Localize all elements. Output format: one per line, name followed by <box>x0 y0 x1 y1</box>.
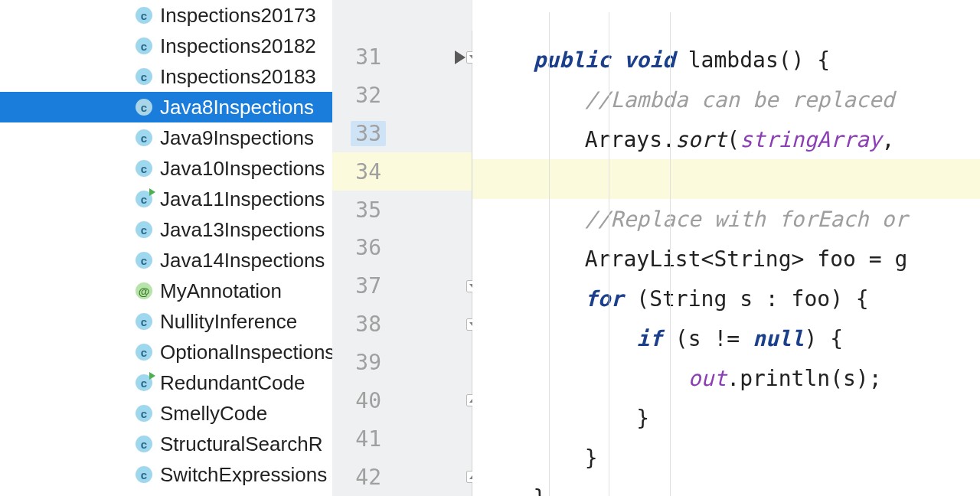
tree-item-java11inspections[interactable]: cJava11Inspections <box>0 184 332 214</box>
tree-item-smellycode[interactable]: cSmellyCode <box>0 398 332 429</box>
gutter-line[interactable]: 41 <box>332 419 472 458</box>
class-icon: c <box>136 252 152 269</box>
annotation-icon: @ <box>136 282 152 299</box>
ide-window: cInspections20173cInspections20182cInspe… <box>0 0 980 496</box>
code-editor[interactable]: public void lambdas() { //Lambda can be … <box>472 0 980 496</box>
tree-item-label: Java8Inspections <box>160 96 314 119</box>
line-number: 42 <box>355 465 381 490</box>
line-number: 41 <box>355 426 381 452</box>
gutter-line[interactable]: 34 <box>332 152 472 191</box>
class-icon: c <box>136 99 152 116</box>
line-number: 39 <box>355 350 381 375</box>
tree-item-label: Java14Inspections <box>160 249 325 272</box>
class-icon: c <box>136 160 152 177</box>
tree-item-java10inspections[interactable]: cJava10Inspections <box>0 153 332 184</box>
class-icon: c <box>136 7 152 24</box>
gutter-line[interactable]: 35 <box>332 191 472 229</box>
tree-item-inspections20183[interactable]: cInspections20183 <box>0 61 332 92</box>
line-number: 34 <box>355 159 381 184</box>
editor-gutter[interactable]: 313233343536373839404142 <box>332 0 472 496</box>
class-icon: c <box>136 436 152 452</box>
gutter-line[interactable] <box>332 0 472 38</box>
gutter-line[interactable]: 37 <box>332 267 472 305</box>
class-icon: c <box>136 466 152 483</box>
gutter-line[interactable]: 39 <box>332 344 472 382</box>
tree-item-label: Inspections20173 <box>160 4 316 28</box>
tree-item-structuralsearchr[interactable]: cStructuralSearchR <box>0 429 332 459</box>
tree-item-label: StructuralSearchR <box>160 432 322 456</box>
tree-item-label: SwitchExpressions <box>160 463 327 487</box>
line-number: 37 <box>355 273 381 299</box>
tree-item-label: Inspections20183 <box>160 65 316 89</box>
class-icon: c <box>136 374 152 391</box>
gutter-line[interactable]: 38 <box>332 305 472 344</box>
tree-item-label: Java10Inspections <box>160 157 325 181</box>
gutter-line[interactable]: 36 <box>332 229 472 267</box>
runnable-badge-icon <box>149 188 155 196</box>
class-icon: c <box>136 405 152 422</box>
class-icon: c <box>136 344 152 361</box>
gutter-line[interactable]: 32 <box>332 77 472 115</box>
tree-item-label: RedundantCode <box>160 371 305 395</box>
tree-item-label: OptionalInspections <box>160 341 332 364</box>
tree-item-inspections20173[interactable]: cInspections20173 <box>0 0 332 31</box>
tree-item-optionalinspections[interactable]: cOptionalInspections <box>0 337 332 367</box>
line-number: 31 <box>355 44 381 70</box>
run-gutter-icon[interactable] <box>455 51 466 64</box>
class-icon: c <box>136 38 152 54</box>
class-icon: c <box>136 68 152 85</box>
class-icon: c <box>136 313 152 330</box>
gutter-line[interactable]: 33 <box>332 115 472 153</box>
tree-item-label: SmellyCode <box>160 402 267 426</box>
class-icon: c <box>136 191 152 207</box>
tree-item-java14inspections[interactable]: cJava14Inspections <box>0 245 332 276</box>
tree-item-label: MyAnnotation <box>160 279 282 303</box>
tree-item-java8inspections[interactable]: cJava8Inspections <box>0 92 332 122</box>
line-number: 35 <box>355 197 381 223</box>
tree-item-label: Inspections20182 <box>160 34 316 58</box>
tree-item-nullityinference[interactable]: cNullityInference <box>0 306 332 337</box>
line-number: 32 <box>355 83 381 108</box>
tree-item-java13inspections[interactable]: cJava13Inspections <box>0 214 332 245</box>
tree-item-inspections20182[interactable]: cInspections20182 <box>0 31 332 61</box>
line-number: 33 <box>351 121 386 146</box>
class-icon: c <box>136 129 152 146</box>
line-number: 36 <box>355 235 381 260</box>
class-icon: c <box>136 221 152 238</box>
tree-item-myannotation[interactable]: @MyAnnotation <box>0 276 332 306</box>
gutter-line[interactable]: 42 <box>332 458 472 496</box>
tree-item-label: Java9Inspections <box>160 126 314 150</box>
tree-item-label: NullityInference <box>160 310 297 334</box>
project-tree[interactable]: cInspections20173cInspections20182cInspe… <box>0 0 332 496</box>
runnable-badge-icon <box>149 372 155 380</box>
line-number: 40 <box>355 388 381 413</box>
gutter-line[interactable]: 31 <box>332 38 472 77</box>
tree-item-java9inspections[interactable]: cJava9Inspections <box>0 122 332 153</box>
tree-item-label: Java13Inspections <box>160 218 325 242</box>
gutter-line[interactable]: 40 <box>332 381 472 419</box>
tree-item-label: Java11Inspections <box>160 188 325 211</box>
line-number: 38 <box>355 312 381 337</box>
tree-item-redundantcode[interactable]: cRedundantCode <box>0 367 332 398</box>
tree-item-switchexpressions[interactable]: cSwitchExpressions <box>0 459 332 490</box>
